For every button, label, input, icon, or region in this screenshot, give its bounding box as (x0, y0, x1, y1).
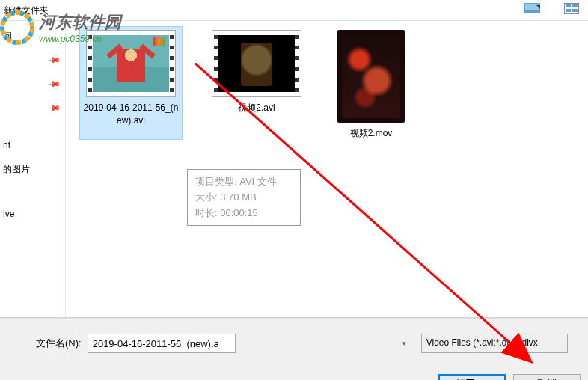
watermark-logo (0, 10, 34, 45)
video-thumbnail (337, 30, 405, 123)
sidebar-item-5[interactable]: 的图片 (0, 157, 65, 181)
svg-rect-6 (566, 4, 571, 7)
file-tooltip: 项目类型: AVI 文件 大小: 3.70 MB 时长: 00:00:15 (187, 169, 301, 226)
watermark-overlay: 河东软件园 www.pc0359.cn (0, 10, 121, 45)
sidebar: 问 📌 📌 📌 nt 的图片 ive (0, 21, 66, 317)
view-mode-thumbnails-icon[interactable] (524, 3, 537, 13)
svg-rect-4 (524, 12, 540, 13)
filename-label: 文件名(N): (36, 337, 82, 350)
pin-icon: 📌 (46, 101, 61, 115)
sidebar-item-label: ive (3, 209, 14, 219)
pin-icon: 📌 (46, 53, 61, 67)
video-thumbnail (212, 30, 301, 97)
filename-input[interactable] (88, 334, 236, 353)
sidebar-item-label: nt (3, 140, 10, 150)
sidebar-item-3[interactable]: 📌 (0, 96, 65, 120)
file-label: 2019-04-16-2011-56_(new).avi (83, 102, 179, 127)
svg-rect-8 (566, 9, 571, 12)
file-label: 视频2.mov (350, 127, 393, 140)
file-list-pane: 2019-04-16-2011-56_(new).avi 视频2.avi 视频2… (66, 21, 588, 317)
tooltip-size: 大小: 3.70 MB (195, 190, 293, 206)
sidebar-item-label: 的图片 (3, 163, 30, 176)
pin-icon: 📌 (46, 77, 61, 91)
sidebar-item-4[interactable]: nt (0, 133, 65, 157)
open-button[interactable]: 打开(O) (438, 374, 506, 380)
footer-bar: 文件名(N): ▾ Video Files (*.avi;*.div;*.div… (0, 318, 588, 367)
tooltip-type: 项目类型: AVI 文件 (195, 174, 293, 190)
svg-rect-9 (572, 9, 578, 12)
sidebar-item-1[interactable]: 📌 (0, 48, 65, 72)
file-item[interactable]: 视频2.avi (208, 30, 305, 140)
tooltip-duration: 时长: 00:00:15 (195, 206, 293, 221)
svg-rect-7 (572, 4, 578, 7)
file-label: 视频2.avi (238, 102, 275, 114)
sidebar-item-7[interactable]: ive (0, 202, 65, 226)
cancel-button[interactable]: 取消 (513, 374, 581, 380)
filetype-dropdown[interactable]: Video Files (*.avi;*.div;*.divx (421, 334, 568, 353)
view-mode-details-icon[interactable] (564, 3, 578, 13)
watermark-title: 河东软件园 (39, 11, 121, 34)
watermark-url: www.pc0359.cn (39, 34, 121, 44)
file-item[interactable]: 视频2.mov (334, 30, 408, 140)
chevron-down-icon[interactable]: ▾ (402, 340, 406, 347)
sidebar-item-2[interactable]: 📌 (0, 72, 65, 96)
